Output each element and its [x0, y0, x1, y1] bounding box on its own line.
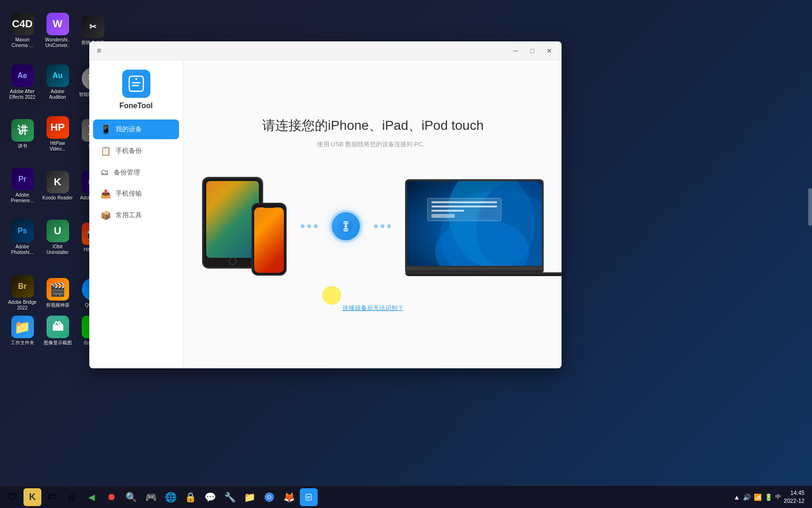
iphone-device: [251, 203, 287, 276]
desktop-icon-iobit[interactable]: U IObit Uninstaller: [40, 212, 75, 263]
desktop-icon-wondershare[interactable]: W Wondershi..UniConver..: [40, 5, 75, 56]
taskbar-tools-icon[interactable]: 🔧: [221, 488, 239, 506]
hitpaw-icon: HP: [47, 116, 69, 139]
usb-connection-icon: [332, 212, 360, 240]
desktop-icon-au[interactable]: Au Adobe Audition: [40, 56, 75, 108]
taskbar-security-icon[interactable]: 🛡: [4, 488, 22, 506]
taskbar-left: 🛡 K 🏷 🖨 ◀ ⏺ 🔍 🎮 🌐 🔒 💬 🔧 📁 🦊: [4, 488, 734, 506]
svg-point-6: [344, 225, 347, 228]
desktop-icon-hitpaw[interactable]: HP HitPaw Video...: [40, 108, 75, 160]
desktop-icon-ps[interactable]: Ps Adobe Photoshi...: [5, 212, 40, 263]
close-button[interactable]: ✕: [543, 44, 556, 57]
svg-point-13: [268, 496, 271, 499]
desktop-icon-pr[interactable]: Pr Adobe Premiere...: [5, 160, 40, 212]
connection-dots-left: [301, 224, 318, 228]
title-bar: ≡ ─ □ ✕: [89, 41, 562, 60]
ae-label: Adobe After Effects 2022: [7, 89, 38, 100]
maximize-button[interactable]: □: [526, 44, 539, 57]
taskbar-expand-icon[interactable]: ▲: [734, 493, 740, 501]
sidebar: FoneTool 📱 我的设备 📋 手机备份 🗂 备份管理: [89, 60, 183, 368]
fonetool-window: ≡ ─ □ ✕ FoneTool: [89, 41, 562, 368]
taskbar-input-icon[interactable]: 中: [775, 493, 781, 501]
jianshipin-icon: 🎬: [47, 278, 69, 301]
dot-3: [314, 224, 318, 228]
taskbar: 🛡 K 🏷 🖨 ◀ ⏺ 🔍 🎮 🌐 🔒 💬 🔧 📁 🦊: [0, 485, 812, 508]
sidebar-item-phone-backup[interactable]: 📋 手机备份: [93, 141, 179, 161]
desktop-icon-jianshu[interactable]: 讲 讲书: [5, 108, 40, 160]
taskbar-fonetool-tb-icon[interactable]: [300, 488, 318, 506]
taskbar-fox-icon[interactable]: 🦊: [280, 488, 298, 506]
ae-icon: Ae: [11, 64, 34, 87]
taskbar-network-icon[interactable]: 📶: [754, 493, 762, 501]
maxon-label: Maxon Cinema ...: [7, 37, 38, 48]
taskbar-volume-icon[interactable]: 🔊: [743, 493, 751, 501]
laptop-screen-container: [405, 179, 544, 268]
laptop-screen: [407, 181, 542, 266]
svg-point-2: [339, 219, 353, 233]
fonetool-logo: [122, 70, 150, 98]
phone-transfer-label: 手机传输: [116, 190, 142, 198]
desktop-icon-maxon[interactable]: C4D Maxon Cinema ...: [5, 5, 40, 56]
pr-label: Adobe Premiere...: [7, 192, 38, 204]
main-content: 请连接您的iPhone、iPad、iPod touch 使用 USB 数据线将您…: [183, 60, 562, 368]
svg-point-1: [135, 78, 137, 80]
common-tools-icon: 📦: [101, 210, 111, 221]
jianshipin-label: 剪视频神器: [46, 302, 70, 308]
date-display: 2022-12: [784, 497, 804, 505]
laptop-ui-overlay: [427, 198, 501, 221]
taskbar-record-icon[interactable]: ⏺: [102, 488, 120, 506]
taskbar-chrome-icon[interactable]: [260, 488, 278, 506]
desktop-icon-jianshipin[interactable]: 🎬 剪视频神器: [40, 273, 75, 313]
sidebar-item-backup-manage[interactable]: 🗂 备份管理: [93, 163, 179, 182]
taskbar-battery-icon[interactable]: 🔋: [765, 493, 773, 501]
sidebar-nav: 📱 我的设备 📋 手机备份 🗂 备份管理 📤 手机传输: [89, 119, 183, 227]
au-icon: Au: [47, 64, 69, 87]
br-icon: Br: [11, 275, 34, 298]
taskbar-time: 14:45 2022-12: [784, 489, 804, 505]
desktop: C4D Maxon Cinema ... W Wondershi..UniCon…: [0, 0, 812, 508]
desktop-icon-br[interactable]: Br Adobe Bridge 2022: [5, 273, 40, 313]
pr-icon: Pr: [11, 168, 34, 190]
taskbar-folder-icon[interactable]: 📁: [241, 488, 258, 506]
sidebar-item-my-device[interactable]: 📱 我的设备: [93, 119, 179, 139]
jianshu-label: 讲书: [18, 143, 27, 149]
desktop-icon-folder[interactable]: 📁 工作文件夹: [5, 313, 40, 348]
desktop-icon-image[interactable]: 🏔 图像显示截图: [40, 313, 75, 348]
taskbar-game-icon[interactable]: 🎮: [142, 488, 160, 506]
minimize-button[interactable]: ─: [509, 44, 522, 57]
connection-dots-right: [374, 224, 391, 228]
laptop-bottom: [405, 272, 562, 276]
koodo-label: Koodo Reader: [42, 195, 73, 201]
taskbar-printer-icon[interactable]: 🖨: [63, 488, 81, 506]
hamburger-menu-icon[interactable]: ≡: [95, 45, 103, 57]
dot-5: [381, 224, 384, 228]
taskbar-translate-icon[interactable]: 🌐: [162, 488, 180, 506]
my-device-label: 我的设备: [116, 125, 142, 134]
connect-subtitle: 使用 USB 数据线将您的设备连接到 PC。: [317, 140, 429, 149]
jianying-icon: ✂: [82, 16, 104, 38]
sidebar-item-common-tools[interactable]: 📦 常用工具: [93, 206, 179, 225]
br-label: Adobe Bridge 2022: [7, 300, 38, 311]
dot-1: [301, 224, 304, 228]
ps-label: Adobe Photoshi...: [7, 244, 38, 255]
desktop-icon-koodo[interactable]: K Koodo Reader: [40, 160, 75, 212]
taskbar-label-icon[interactable]: 🏷: [43, 488, 61, 506]
connect-illustration: [202, 177, 544, 276]
taskbar-search-icon[interactable]: 🔍: [122, 488, 140, 506]
sidebar-item-phone-transfer[interactable]: 📤 手机传输: [93, 184, 179, 204]
phone-backup-label: 手机备份: [116, 147, 142, 155]
taskbar-chat-icon[interactable]: 💬: [201, 488, 219, 506]
title-bar-controls: ─ □ ✕: [509, 44, 556, 57]
folder-label: 工作文件夹: [11, 340, 34, 346]
ps-icon: Ps: [11, 220, 34, 242]
taskbar-lock-icon[interactable]: 🔒: [181, 488, 199, 506]
iphone-screen: [254, 207, 284, 273]
au-label: Adobe Audition: [42, 89, 73, 100]
wondershare-label: Wondershi..UniConver..: [45, 37, 70, 48]
desktop-icon-ae[interactable]: Ae Adobe After Effects 2022: [5, 56, 40, 108]
dot-6: [387, 224, 391, 228]
cannot-recognize-link[interactable]: 连接设备后无法识别？: [343, 304, 404, 312]
taskbar-k-icon[interactable]: K: [23, 488, 41, 506]
svg-rect-4: [344, 222, 348, 224]
taskbar-arrow-icon[interactable]: ◀: [83, 488, 101, 506]
